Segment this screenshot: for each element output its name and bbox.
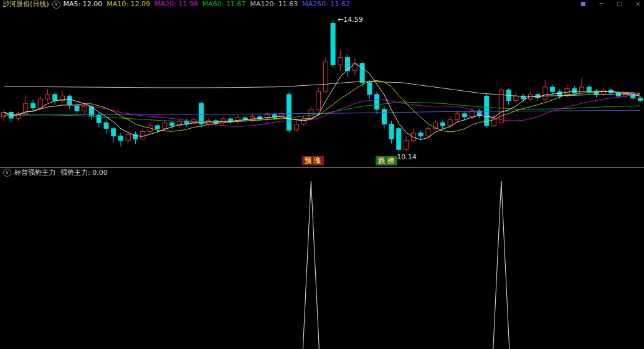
titlebar-icons: ■ ─ □ × — [580, 0, 640, 8]
chevron-down-icon[interactable]: ∨ — [52, 1, 60, 9]
ma250-label: MA250: 11.62 — [302, 0, 350, 9]
minimize-icon[interactable]: ─ — [600, 0, 603, 8]
header-bar: 沙河股份(日线) ∨ MA5: 12.00 MA10: 12.09 MA20: … — [0, 0, 644, 9]
indicator-header: ∨ 标普强势主力 强势主力: 0.00 — [0, 167, 644, 177]
indicator-chart[interactable] — [0, 177, 644, 349]
ma120-label: MA120: 11.63 — [250, 0, 298, 9]
ma60-label: MA60: 11.67 — [202, 0, 246, 9]
high-annotation: ←14.59 — [338, 16, 363, 23]
stock-title[interactable]: 沙河股份(日线) — [2, 0, 49, 9]
panel-icon[interactable]: ■ — [580, 0, 586, 8]
maximize-icon[interactable]: □ — [617, 0, 622, 8]
rise-badge: 预涨 — [302, 156, 324, 165]
ma5-label: MA5: 12.00 — [64, 0, 103, 9]
ma20-label: MA20: 11.98 — [154, 0, 198, 9]
candlestick-chart[interactable] — [0, 9, 644, 167]
indicator-name[interactable]: 标普强势主力 — [14, 168, 55, 177]
ma10-label: MA10: 12.09 — [107, 0, 150, 9]
stock-chart-window: 沙河股份(日线) ∨ MA5: 12.00 MA10: 12.09 MA20: … — [0, 0, 644, 349]
close-icon[interactable]: × — [635, 0, 640, 8]
indicator-chevron-icon[interactable]: ∨ — [3, 169, 11, 177]
indicator-value: 强势主力: 0.00 — [60, 168, 108, 177]
fall-badge: 跌榜 — [376, 156, 397, 165]
